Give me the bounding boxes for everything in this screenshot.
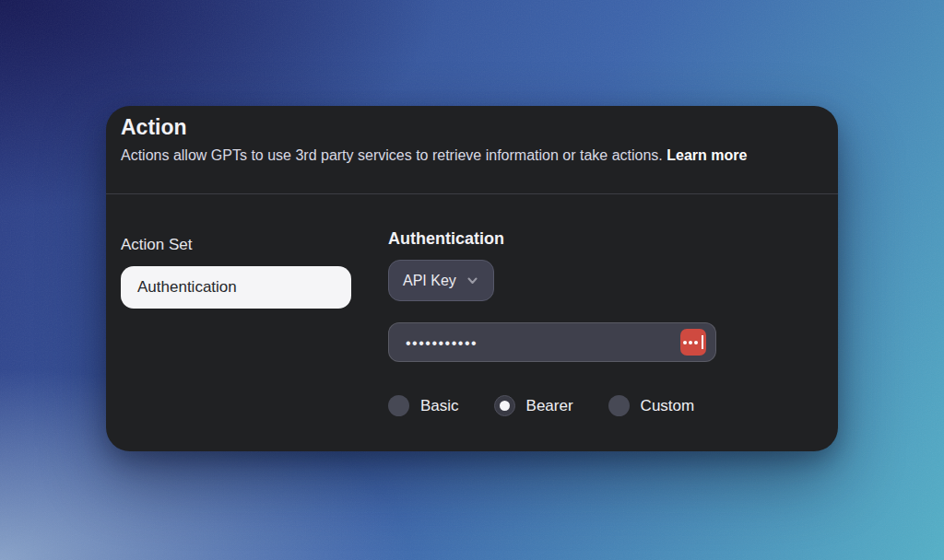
password-manager-dot	[694, 341, 698, 344]
radio-option-basic[interactable]: Basic	[388, 395, 459, 416]
dialog-description: Actions allow GPTs to use 3rd party serv…	[121, 145, 823, 167]
radio-option-custom[interactable]: Custom	[608, 395, 695, 416]
password-manager-dot	[683, 341, 687, 344]
header-divider	[106, 193, 838, 194]
auth-method-dropdown[interactable]: API Key	[388, 260, 494, 301]
authentication-heading: Authentication	[388, 227, 823, 251]
action-set-item-authentication[interactable]: Authentication	[121, 266, 351, 309]
action-dialog: Action Actions allow GPTs to use 3rd par…	[106, 106, 838, 451]
radio-label-custom[interactable]: Custom	[641, 397, 695, 415]
authentication-panel: Authentication API Key ••••••••••• Basic	[388, 227, 823, 416]
learn-more-link[interactable]: Learn more	[667, 147, 747, 163]
chevron-down-icon	[466, 274, 479, 287]
auth-type-radio-group: Basic Bearer Custom	[388, 395, 823, 416]
password-manager-icon[interactable]	[680, 329, 706, 356]
password-manager-cursor	[702, 335, 703, 349]
radio-button-custom[interactable]	[608, 395, 630, 416]
action-set-label: Action Set	[121, 233, 351, 257]
action-set-panel: Action Set Authentication	[121, 233, 351, 309]
radio-button-basic[interactable]	[388, 395, 409, 416]
radio-label-basic[interactable]: Basic	[420, 397, 459, 415]
radio-label-bearer[interactable]: Bearer	[526, 397, 573, 415]
radio-button-bearer[interactable]	[494, 395, 515, 416]
dialog-title: Action	[121, 106, 823, 141]
api-key-masked-value: •••••••••••	[406, 334, 680, 351]
auth-method-value: API Key	[403, 273, 456, 289]
action-set-item-label: Authentication	[137, 278, 237, 297]
dialog-description-text: Actions allow GPTs to use 3rd party serv…	[121, 147, 663, 163]
password-manager-dot	[689, 341, 692, 344]
dialog-header: Action Actions allow GPTs to use 3rd par…	[121, 106, 823, 167]
api-key-input[interactable]: •••••••••••	[388, 322, 716, 362]
radio-option-bearer[interactable]: Bearer	[494, 395, 573, 416]
